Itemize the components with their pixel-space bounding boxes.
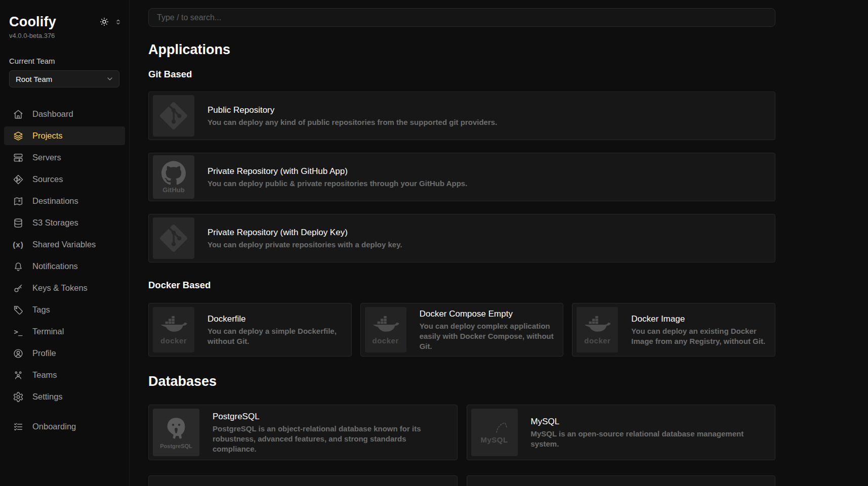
sidebar: Coolify v4.0.0-beta.376 Current Team Roo… [0, 0, 130, 486]
docker-icon: docker [365, 307, 406, 352]
postgresql-icon: PostgreSQL [153, 409, 199, 456]
card-title: Docker Compose Empty [420, 308, 555, 320]
postgresql-wordmark: PostgreSQL [160, 443, 192, 449]
mysql-wordmark: MySQL [480, 435, 508, 444]
card-description: You can deploy any kind of public reposi… [208, 117, 497, 127]
user-icon [12, 347, 24, 360]
search-input[interactable] [148, 8, 775, 27]
databases-card-list: PostgreSQL PostgreSQL PostgreSQL is an o… [148, 405, 775, 460]
card-description: You can deploy an existing Docker Image … [631, 326, 767, 346]
card-title: MySQL [531, 416, 767, 427]
variable-icon: (x) [12, 239, 24, 251]
sidebar-item-label: Tags [32, 305, 50, 315]
docker-wordmark: docker [584, 336, 610, 345]
docker-based-heading: Docker Based [148, 280, 775, 290]
card-private-repository-deploy-key[interactable]: Private Repository (with Deploy Key) You… [148, 214, 775, 262]
card-title: Docker Image [631, 314, 767, 325]
sidebar-item-label: Settings [32, 392, 63, 402]
git-icon [153, 95, 194, 137]
sidebar-item-label: Terminal [32, 327, 64, 336]
docker-wordmark: docker [373, 336, 399, 345]
sidebar-item-servers[interactable]: Servers [4, 148, 125, 167]
card-description: You can deploy private repositories with… [208, 240, 402, 250]
users-icon [12, 369, 24, 381]
sidebar-item-destinations[interactable]: Destinations [4, 192, 125, 210]
home-icon [12, 108, 24, 120]
docker-icon: docker [153, 307, 194, 352]
sidebar-item-settings[interactable]: Settings [4, 387, 125, 406]
card-description: PostgreSQL is an object-relational datab… [213, 424, 449, 454]
git-based-heading: Git Based [148, 69, 775, 79]
sidebar-item-label: Profile [32, 348, 56, 358]
card-postgresql[interactable]: PostgreSQL PostgreSQL PostgreSQL is an o… [148, 405, 458, 460]
sun-icon[interactable] [99, 17, 109, 27]
partial-card[interactable] [467, 475, 776, 486]
card-title: Private Repository (with GitHub App) [208, 166, 467, 177]
sidebar-item-projects[interactable]: Projects [4, 126, 125, 145]
sidebar-item-label: Notifications [32, 261, 78, 271]
databases-heading: Databases [148, 374, 775, 389]
sidebar-nav: Dashboard Projects Servers Sources Desti [0, 105, 129, 436]
sidebar-item-shared-variables[interactable]: (x) Shared Variables [4, 235, 125, 254]
app-logo: Coolify [9, 14, 56, 29]
card-description: You can deploy complex application easil… [420, 321, 555, 351]
sidebar-item-label: Projects [32, 131, 63, 141]
current-team-label: Current Team [0, 39, 129, 65]
card-mysql[interactable]: MySQL MySQL MySQL is an open-source rela… [467, 405, 776, 460]
map-icon [12, 195, 24, 207]
sidebar-item-sources[interactable]: Sources [4, 170, 125, 189]
chevron-up-down-icon[interactable] [114, 18, 122, 26]
sidebar-item-s3-storages[interactable]: S3 Storages [4, 213, 125, 232]
team-select[interactable]: Root Team [9, 70, 119, 87]
applications-heading: Applications [148, 42, 775, 58]
sidebar-item-label: Destinations [32, 196, 78, 206]
server-icon [12, 152, 24, 164]
tag-icon [12, 304, 24, 316]
git-icon [153, 217, 194, 259]
layers-icon [12, 130, 24, 142]
docker-based-card-list: docker Dockerfile You can deploy a simpl… [148, 303, 775, 357]
sidebar-item-terminal[interactable]: >_ Terminal [4, 322, 125, 341]
sidebar-item-label: Keys & Tokens [32, 283, 88, 293]
card-docker-image[interactable]: docker Docker Image You can deploy an ex… [572, 303, 775, 357]
checklist-icon [12, 421, 24, 433]
databases-card-list-partial [148, 475, 775, 486]
sidebar-item-label: Servers [32, 153, 61, 162]
team-select-value: Root Team [16, 75, 52, 83]
main-content: Applications Git Based Public Repository… [130, 0, 868, 486]
key-icon [12, 282, 24, 294]
card-docker-compose-empty[interactable]: docker Docker Compose Empty You can depl… [360, 303, 564, 357]
partial-card[interactable] [148, 475, 458, 486]
database-icon [12, 217, 24, 229]
card-title: Private Repository (with Deploy Key) [208, 227, 402, 238]
sidebar-item-label: Teams [32, 370, 57, 380]
sidebar-item-onboarding[interactable]: Onboarding [4, 417, 125, 436]
git-based-card-list: Public Repository You can deploy any kin… [148, 92, 775, 262]
card-title: Dockerfile [208, 314, 343, 325]
github-wordmark: GitHub [162, 186, 184, 194]
card-public-repository[interactable]: Public Repository You can deploy any kin… [148, 92, 775, 140]
gear-icon [12, 391, 24, 403]
git-fork-icon [12, 173, 24, 186]
sidebar-item-dashboard[interactable]: Dashboard [4, 105, 125, 123]
sidebar-item-tags[interactable]: Tags [4, 300, 125, 319]
sidebar-item-profile[interactable]: Profile [4, 344, 125, 363]
card-private-repository-github-app[interactable]: GitHub Private Repository (with GitHub A… [148, 153, 775, 201]
chevron-down-icon [106, 75, 114, 83]
sidebar-item-label: S3 Storages [32, 218, 78, 228]
docker-icon: docker [576, 307, 618, 352]
sidebar-item-notifications[interactable]: Notifications [4, 257, 125, 276]
card-dockerfile[interactable]: docker Dockerfile You can deploy a simpl… [148, 303, 352, 357]
sidebar-item-label: Sources [32, 174, 63, 184]
github-icon: GitHub [153, 155, 194, 199]
card-description: You can deploy a simple Dockerfile, with… [208, 326, 343, 346]
card-description: You can deploy public & private reposito… [208, 179, 467, 189]
sidebar-item-label: Shared Variables [32, 240, 96, 249]
sidebar-header: Coolify [0, 14, 129, 29]
sidebar-item-keys-tokens[interactable]: Keys & Tokens [4, 279, 125, 297]
card-title: PostgreSQL [213, 411, 449, 422]
sidebar-item-label: Dashboard [32, 109, 73, 119]
app-version: v4.0.0-beta.376 [0, 29, 129, 39]
card-title: Public Repository [208, 105, 497, 116]
sidebar-item-teams[interactable]: Teams [4, 366, 125, 384]
